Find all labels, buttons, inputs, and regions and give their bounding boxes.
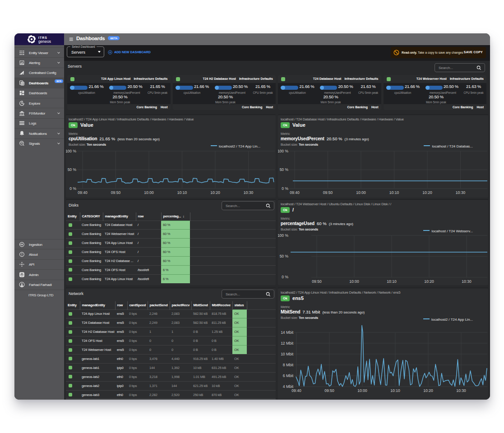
svg-text:10 Mbit: 10 Mbit <box>281 352 294 356</box>
svg-text:10:00: 10:00 <box>357 388 367 393</box>
svg-text:10:20: 10:20 <box>424 279 434 284</box>
svg-text:09:50: 09:50 <box>324 388 334 393</box>
svg-text:12 Mbit: 12 Mbit <box>281 341 294 345</box>
svg-text:10:10: 10:10 <box>387 279 397 284</box>
svg-text:50 %: 50 % <box>280 254 289 258</box>
svg-text:0 %: 0 % <box>69 186 76 191</box>
svg-text:10:30: 10:30 <box>456 388 466 393</box>
svg-text:10:10: 10:10 <box>177 190 187 195</box>
svg-text:10:20: 10:20 <box>423 388 433 393</box>
svg-text:10:10: 10:10 <box>390 388 400 393</box>
svg-text:0 %: 0 % <box>282 275 288 279</box>
svg-text:09:50: 09:50 <box>323 190 333 195</box>
svg-text:10:10: 10:10 <box>389 190 399 195</box>
svg-text:6 Mbit: 6 Mbit <box>283 373 294 378</box>
svg-text:50 %: 50 % <box>68 167 77 172</box>
svg-text:10:20: 10:20 <box>210 190 220 195</box>
svg-text:10:30: 10:30 <box>462 279 472 284</box>
svg-text:09:40: 09:40 <box>290 190 300 195</box>
svg-text:10:30: 10:30 <box>244 190 254 195</box>
svg-text:4 Mbit: 4 Mbit <box>283 384 294 389</box>
svg-text:10:00: 10:00 <box>144 190 154 195</box>
svg-text:100 %: 100 % <box>66 149 76 153</box>
svg-text:8 Mbit: 8 Mbit <box>283 363 294 367</box>
svg-text:14 Mbit: 14 Mbit <box>281 330 294 335</box>
svg-text:100 %: 100 % <box>278 149 288 153</box>
svg-text:10:30: 10:30 <box>456 190 466 195</box>
svg-text:09:40: 09:40 <box>291 388 301 393</box>
svg-text:09:50: 09:50 <box>312 279 322 284</box>
svg-text:10:20: 10:20 <box>422 190 432 195</box>
svg-text:10:00: 10:00 <box>356 190 366 195</box>
svg-text:50 %: 50 % <box>280 167 289 172</box>
svg-text:100 %: 100 % <box>278 233 288 238</box>
svg-text:0 %: 0 % <box>282 186 288 191</box>
svg-text:10:00: 10:00 <box>349 279 359 284</box>
svg-text:09:40: 09:40 <box>78 190 88 195</box>
svg-text:09:50: 09:50 <box>111 190 121 195</box>
